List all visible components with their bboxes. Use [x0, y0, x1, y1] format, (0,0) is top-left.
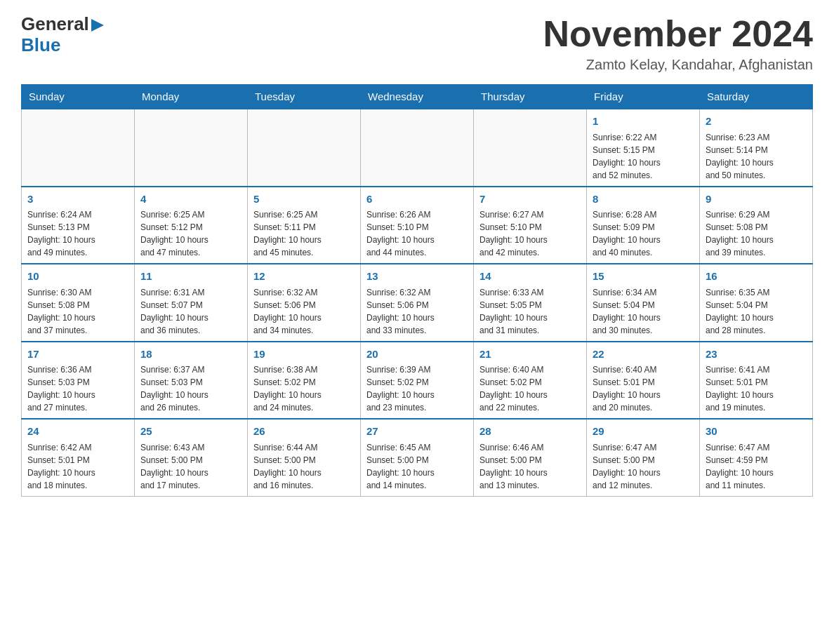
- day-number: 17: [27, 347, 128, 363]
- calendar-day: 13Sunrise: 6:32 AM Sunset: 5:06 PM Dayli…: [361, 264, 474, 342]
- calendar-day: 5Sunrise: 6:25 AM Sunset: 5:11 PM Daylig…: [248, 187, 361, 264]
- day-info: Sunrise: 6:29 AM Sunset: 5:08 PM Dayligh…: [706, 208, 807, 259]
- day-number: 12: [253, 269, 355, 285]
- page-header: General Blue November 2024 Zamto Kelay, …: [21, 14, 813, 73]
- calendar-day: [474, 109, 587, 187]
- calendar-day: [22, 109, 135, 187]
- svg-marker-0: [91, 19, 104, 32]
- title-area: November 2024 Zamto Kelay, Kandahar, Afg…: [543, 14, 813, 73]
- day-number: 24: [27, 424, 128, 440]
- calendar-day: 21Sunrise: 6:40 AM Sunset: 5:02 PM Dayli…: [474, 342, 587, 420]
- day-info: Sunrise: 6:35 AM Sunset: 5:04 PM Dayligh…: [706, 286, 807, 337]
- day-info: Sunrise: 6:40 AM Sunset: 5:02 PM Dayligh…: [479, 363, 581, 414]
- calendar-day: 4Sunrise: 6:25 AM Sunset: 5:12 PM Daylig…: [135, 187, 248, 264]
- calendar-day: [361, 109, 474, 187]
- logo-triangle-icon: [91, 19, 104, 32]
- day-info: Sunrise: 6:30 AM Sunset: 5:08 PM Dayligh…: [27, 286, 128, 337]
- calendar-day: 17Sunrise: 6:36 AM Sunset: 5:03 PM Dayli…: [22, 342, 135, 420]
- day-info: Sunrise: 6:32 AM Sunset: 5:06 PM Dayligh…: [366, 286, 468, 337]
- calendar-day: 7Sunrise: 6:27 AM Sunset: 5:10 PM Daylig…: [474, 187, 587, 264]
- day-info: Sunrise: 6:36 AM Sunset: 5:03 PM Dayligh…: [27, 363, 128, 414]
- weekday-header-row: SundayMondayTuesdayWednesdayThursdayFrid…: [22, 85, 813, 109]
- calendar-day: 29Sunrise: 6:47 AM Sunset: 5:00 PM Dayli…: [587, 419, 700, 496]
- weekday-header-monday: Monday: [135, 85, 248, 109]
- day-number: 3: [27, 192, 128, 208]
- day-info: Sunrise: 6:24 AM Sunset: 5:13 PM Dayligh…: [27, 208, 128, 259]
- day-info: Sunrise: 6:38 AM Sunset: 5:02 PM Dayligh…: [253, 363, 355, 414]
- calendar-table: SundayMondayTuesdayWednesdayThursdayFrid…: [21, 84, 813, 497]
- day-number: 25: [140, 424, 241, 440]
- day-info: Sunrise: 6:27 AM Sunset: 5:10 PM Dayligh…: [479, 208, 581, 259]
- calendar-day: 10Sunrise: 6:30 AM Sunset: 5:08 PM Dayli…: [22, 264, 135, 342]
- day-info: Sunrise: 6:47 AM Sunset: 4:59 PM Dayligh…: [706, 441, 807, 492]
- calendar-day: 11Sunrise: 6:31 AM Sunset: 5:07 PM Dayli…: [135, 264, 248, 342]
- day-info: Sunrise: 6:45 AM Sunset: 5:00 PM Dayligh…: [366, 441, 468, 492]
- calendar-day: 9Sunrise: 6:29 AM Sunset: 5:08 PM Daylig…: [700, 187, 813, 264]
- calendar-day: 25Sunrise: 6:43 AM Sunset: 5:00 PM Dayli…: [135, 419, 248, 496]
- day-info: Sunrise: 6:23 AM Sunset: 5:14 PM Dayligh…: [706, 131, 807, 182]
- day-info: Sunrise: 6:25 AM Sunset: 5:12 PM Dayligh…: [140, 208, 241, 259]
- logo-general-text: General: [21, 14, 89, 35]
- week-row-5: 24Sunrise: 6:42 AM Sunset: 5:01 PM Dayli…: [22, 419, 813, 496]
- day-number: 9: [706, 192, 807, 208]
- weekday-header-sunday: Sunday: [22, 85, 135, 109]
- day-number: 13: [366, 269, 468, 285]
- calendar-day: 26Sunrise: 6:44 AM Sunset: 5:00 PM Dayli…: [248, 419, 361, 496]
- day-info: Sunrise: 6:31 AM Sunset: 5:07 PM Dayligh…: [140, 286, 241, 337]
- day-info: Sunrise: 6:41 AM Sunset: 5:01 PM Dayligh…: [706, 363, 807, 414]
- logo-blue-text: Blue: [21, 35, 60, 56]
- day-number: 7: [479, 192, 581, 208]
- calendar-day: 27Sunrise: 6:45 AM Sunset: 5:00 PM Dayli…: [361, 419, 474, 496]
- logo: General Blue: [21, 14, 104, 56]
- day-number: 27: [366, 424, 468, 440]
- day-info: Sunrise: 6:40 AM Sunset: 5:01 PM Dayligh…: [593, 363, 694, 414]
- calendar-day: 20Sunrise: 6:39 AM Sunset: 5:02 PM Dayli…: [361, 342, 474, 420]
- day-info: Sunrise: 6:34 AM Sunset: 5:04 PM Dayligh…: [593, 286, 694, 337]
- day-number: 26: [253, 424, 355, 440]
- calendar-day: 30Sunrise: 6:47 AM Sunset: 4:59 PM Dayli…: [700, 419, 813, 496]
- page-subtitle: Zamto Kelay, Kandahar, Afghanistan: [543, 57, 813, 73]
- day-info: Sunrise: 6:25 AM Sunset: 5:11 PM Dayligh…: [253, 208, 355, 259]
- weekday-header-friday: Friday: [587, 85, 700, 109]
- day-number: 14: [479, 269, 581, 285]
- day-number: 21: [479, 347, 581, 363]
- day-info: Sunrise: 6:33 AM Sunset: 5:05 PM Dayligh…: [479, 286, 581, 337]
- day-info: Sunrise: 6:39 AM Sunset: 5:02 PM Dayligh…: [366, 363, 468, 414]
- day-number: 16: [706, 269, 807, 285]
- calendar-day: 18Sunrise: 6:37 AM Sunset: 5:03 PM Dayli…: [135, 342, 248, 420]
- calendar-day: 12Sunrise: 6:32 AM Sunset: 5:06 PM Dayli…: [248, 264, 361, 342]
- day-number: 8: [593, 192, 694, 208]
- day-number: 10: [27, 269, 128, 285]
- day-info: Sunrise: 6:46 AM Sunset: 5:00 PM Dayligh…: [479, 441, 581, 492]
- day-number: 30: [706, 424, 807, 440]
- weekday-header-saturday: Saturday: [700, 85, 813, 109]
- calendar-day: [248, 109, 361, 187]
- day-info: Sunrise: 6:47 AM Sunset: 5:00 PM Dayligh…: [593, 441, 694, 492]
- calendar-day: 3Sunrise: 6:24 AM Sunset: 5:13 PM Daylig…: [22, 187, 135, 264]
- weekday-header-wednesday: Wednesday: [361, 85, 474, 109]
- calendar-day: 6Sunrise: 6:26 AM Sunset: 5:10 PM Daylig…: [361, 187, 474, 264]
- day-info: Sunrise: 6:22 AM Sunset: 5:15 PM Dayligh…: [593, 131, 694, 182]
- day-number: 22: [593, 347, 694, 363]
- calendar-day: 2Sunrise: 6:23 AM Sunset: 5:14 PM Daylig…: [700, 109, 813, 187]
- day-number: 15: [593, 269, 694, 285]
- day-number: 18: [140, 347, 241, 363]
- calendar-day: 14Sunrise: 6:33 AM Sunset: 5:05 PM Dayli…: [474, 264, 587, 342]
- day-info: Sunrise: 6:43 AM Sunset: 5:00 PM Dayligh…: [140, 441, 241, 492]
- day-info: Sunrise: 6:26 AM Sunset: 5:10 PM Dayligh…: [366, 208, 468, 259]
- day-info: Sunrise: 6:37 AM Sunset: 5:03 PM Dayligh…: [140, 363, 241, 414]
- calendar-day: 16Sunrise: 6:35 AM Sunset: 5:04 PM Dayli…: [700, 264, 813, 342]
- day-number: 2: [706, 114, 807, 130]
- day-number: 11: [140, 269, 241, 285]
- day-number: 6: [366, 192, 468, 208]
- day-info: Sunrise: 6:32 AM Sunset: 5:06 PM Dayligh…: [253, 286, 355, 337]
- day-info: Sunrise: 6:28 AM Sunset: 5:09 PM Dayligh…: [593, 208, 694, 259]
- calendar-day: 23Sunrise: 6:41 AM Sunset: 5:01 PM Dayli…: [700, 342, 813, 420]
- page-title: November 2024: [543, 14, 813, 54]
- calendar-day: [135, 109, 248, 187]
- day-info: Sunrise: 6:42 AM Sunset: 5:01 PM Dayligh…: [27, 441, 128, 492]
- day-number: 28: [479, 424, 581, 440]
- day-number: 4: [140, 192, 241, 208]
- calendar-day: 19Sunrise: 6:38 AM Sunset: 5:02 PM Dayli…: [248, 342, 361, 420]
- week-row-3: 10Sunrise: 6:30 AM Sunset: 5:08 PM Dayli…: [22, 264, 813, 342]
